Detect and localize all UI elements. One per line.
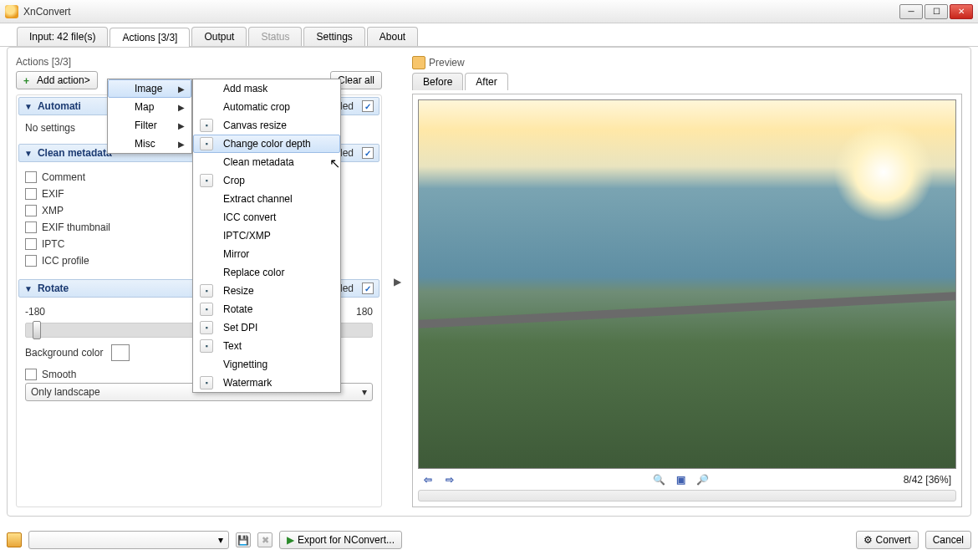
menu-cat-image[interactable]: Image▶ — [108, 79, 191, 98]
checkbox[interactable] — [25, 188, 37, 200]
export-icon: ▶ — [287, 534, 294, 546]
menu-cat-filter[interactable]: Filter▶ — [108, 116, 191, 135]
zoom-out-icon[interactable]: 🔎 — [694, 472, 711, 487]
panel-enable-checkbox[interactable]: ✓ — [362, 283, 374, 294]
menu-item[interactable]: Automatic crop — [193, 98, 340, 116]
tab-status[interactable]: Status — [248, 27, 302, 46]
tab-after[interactable]: After — [465, 73, 507, 90]
menu-item-label: Resize — [223, 285, 334, 297]
submenu-arrow-icon: ▶ — [178, 140, 185, 149]
menu-item-icon: ▪ — [196, 118, 216, 133]
horizontal-scrollbar[interactable] — [418, 490, 956, 501]
menu-item[interactable]: ▪Canvas resize — [193, 116, 340, 135]
menu-item[interactable]: ▪Rotate — [193, 300, 340, 318]
slider-thumb[interactable] — [33, 321, 41, 339]
submenu-arrow-icon: ▶ — [178, 121, 185, 130]
menu-item[interactable]: IPTC/XMP — [193, 227, 340, 245]
checkbox[interactable] — [25, 238, 37, 250]
panel-enable-checkbox[interactable]: ✓ — [362, 147, 374, 159]
menu-item-label: Watermark — [223, 377, 334, 389]
prev-image-button[interactable]: ⇦ — [420, 472, 436, 487]
tab-about[interactable]: About — [367, 27, 418, 46]
add-action-label: Add action> — [37, 74, 90, 86]
menu-item-label: Add mask — [223, 83, 334, 94]
save-icon[interactable]: 💾 — [236, 532, 251, 547]
menu-item[interactable]: ▪Set DPI — [193, 318, 340, 337]
menu-item[interactable]: Mirror — [193, 245, 340, 263]
checkbox[interactable] — [25, 205, 37, 216]
menu-item[interactable]: ▪Resize — [193, 282, 340, 300]
clean-item-label: EXIF thumbnail — [42, 221, 110, 233]
arrow-right-icon: ▶ — [392, 56, 402, 507]
menu-item-icon: ▪ — [196, 320, 216, 335]
menu-item-label: Crop — [223, 175, 334, 186]
menu-item-label: Canvas resize — [223, 120, 334, 131]
tab-input[interactable]: Input: 42 file(s) — [17, 27, 108, 46]
zoom-in-icon[interactable]: 🔍 — [650, 472, 667, 487]
convert-button[interactable]: ⚙ Convert — [856, 531, 919, 549]
menu-item-icon — [196, 210, 216, 225]
menu-item[interactable]: Vignetting — [193, 355, 340, 374]
zoom-fit-icon[interactable]: ▣ — [672, 472, 689, 487]
rotate-min: -180 — [25, 306, 45, 318]
clean-item-label: Comment — [42, 171, 85, 183]
open-folder-icon[interactable] — [7, 532, 22, 547]
next-image-button[interactable]: ⇨ — [441, 472, 458, 487]
menu-item-icon — [196, 191, 216, 206]
rotate-max: 180 — [356, 306, 373, 318]
menu-item[interactable]: ▪Change color depth — [193, 135, 340, 153]
bg-color-swatch[interactable] — [111, 344, 130, 361]
add-action-button[interactable]: + Add action> — [16, 71, 98, 89]
menu-cat-label: Map — [135, 101, 171, 113]
menu-item-icon: ▪ — [196, 136, 216, 151]
tab-actions[interactable]: Actions [3/3] — [110, 28, 190, 47]
tab-before[interactable]: Before — [412, 73, 463, 90]
tab-settings[interactable]: Settings — [303, 27, 364, 46]
maximize-button[interactable]: ☐ — [925, 4, 948, 19]
chevron-down-icon: ▾ — [218, 534, 223, 546]
checkbox[interactable] — [25, 255, 37, 267]
smooth-label: Smooth — [42, 369, 76, 380]
panel-state-label: led — [340, 100, 354, 112]
plus-icon: + — [23, 75, 33, 85]
menu-cat-map[interactable]: Map▶ — [108, 98, 191, 116]
smooth-checkbox[interactable] — [25, 369, 37, 380]
checkbox[interactable] — [25, 171, 37, 183]
preview-toolbar: ⇦ ⇨ 🔍 ▣ 🔎 8/42 [36%] — [418, 469, 956, 487]
preset-select[interactable]: ▾ — [28, 531, 229, 549]
menu-item[interactable]: Add mask — [193, 79, 340, 98]
menu-item-icon: ▪ — [196, 283, 216, 298]
export-label: Export for NConvert... — [298, 534, 395, 546]
tab-output[interactable]: Output — [191, 27, 247, 46]
menu-item[interactable]: Clean metadata — [193, 153, 340, 171]
menu-item[interactable]: ▪Text — [193, 337, 340, 355]
delete-icon[interactable]: ✖ — [257, 532, 273, 547]
menu-item[interactable]: Extract channel — [193, 190, 340, 208]
menu-item-label: Mirror — [223, 248, 334, 260]
menu-item[interactable]: ICC convert — [193, 208, 340, 227]
image-submenu: Add maskAutomatic crop▪Canvas resize▪Cha… — [192, 79, 341, 393]
titlebar: XnConvert ─ ☐ ✕ — [0, 0, 978, 23]
menu-item[interactable]: ▪Crop — [193, 171, 340, 190]
menu-item-icon: ▪ — [196, 339, 216, 354]
menu-item[interactable]: ▪Watermark — [193, 374, 340, 392]
checkbox[interactable] — [25, 221, 37, 233]
disclose-icon: ▼ — [24, 284, 33, 293]
footer: ▾ 💾 ✖ ▶ Export for NConvert... ⚙ Convert… — [7, 527, 971, 553]
close-button[interactable]: ✕ — [950, 4, 973, 19]
menu-cat-misc[interactable]: Misc▶ — [108, 135, 191, 153]
app-icon — [5, 5, 18, 18]
cancel-button[interactable]: Cancel — [925, 531, 971, 549]
menu-item-label: ICC convert — [223, 211, 334, 223]
menu-item-icon: ▪ — [196, 375, 216, 390]
preview-image — [418, 99, 956, 469]
preview-counter: 8/42 [36%] — [904, 474, 955, 486]
export-nconvert-button[interactable]: ▶ Export for NConvert... — [279, 531, 402, 549]
preview-tabs: Before After — [412, 73, 962, 90]
submenu-arrow-icon: ▶ — [178, 84, 185, 94]
menu-item[interactable]: Replace color — [193, 263, 340, 282]
panel-enable-checkbox[interactable]: ✓ — [362, 100, 374, 112]
minimize-button[interactable]: ─ — [899, 4, 923, 19]
menu-item-icon — [196, 357, 216, 372]
menu-item-label: Automatic crop — [223, 101, 334, 113]
